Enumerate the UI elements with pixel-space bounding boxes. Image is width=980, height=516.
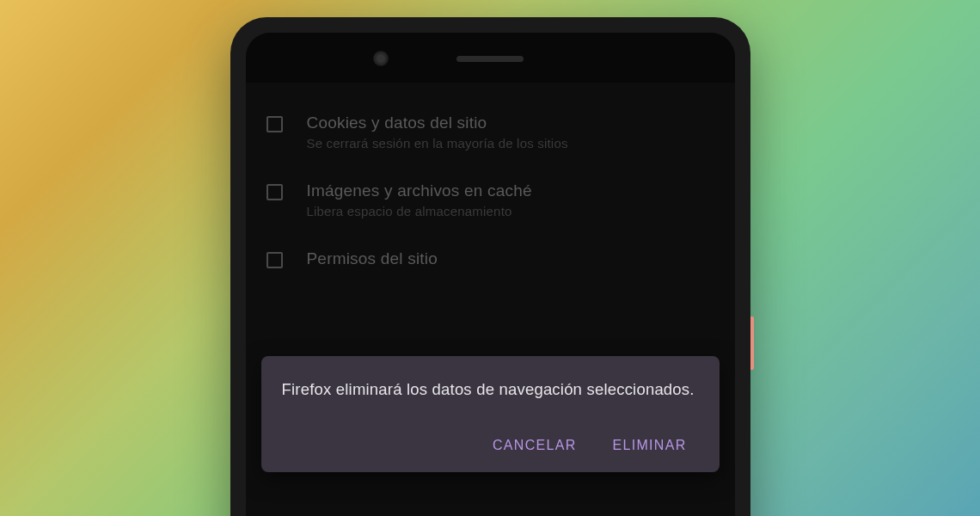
option-text: Imágenes y archivos en caché Libera espa… <box>307 181 714 218</box>
option-title: Permisos del sitio <box>307 249 714 268</box>
dialog-buttons: CANCELAR ELIMINAR <box>282 431 699 460</box>
phone-speaker <box>456 56 524 62</box>
option-permissions[interactable]: Permisos del sitio <box>261 234 720 287</box>
phone-body: Cookies y datos del sitio Se cerrará ses… <box>246 33 735 516</box>
confirm-dialog: Firefox eliminará los datos de navegació… <box>261 356 720 472</box>
phone-screen: Cookies y datos del sitio Se cerrará ses… <box>246 83 735 516</box>
dialog-message: Firefox eliminará los datos de navegació… <box>282 378 699 402</box>
delete-options-list: Cookies y datos del sitio Se cerrará ses… <box>246 83 735 287</box>
checkbox-permissions[interactable] <box>266 252 283 268</box>
power-button <box>750 316 754 370</box>
checkbox-cache[interactable] <box>266 184 283 200</box>
phone-frame: Cookies y datos del sitio Se cerrará ses… <box>230 17 750 516</box>
delete-button[interactable]: ELIMINAR <box>609 431 690 460</box>
option-title: Imágenes y archivos en caché <box>307 181 714 200</box>
option-text: Permisos del sitio <box>307 249 714 272</box>
option-cache[interactable]: Imágenes y archivos en caché Libera espa… <box>261 166 720 234</box>
option-subtitle: Se cerrará sesión en la mayoría de los s… <box>307 136 714 150</box>
option-cookies[interactable]: Cookies y datos del sitio Se cerrará ses… <box>261 98 720 166</box>
option-subtitle: Libera espacio de almacenamiento <box>307 204 714 218</box>
cancel-button[interactable]: CANCELAR <box>489 431 580 460</box>
option-title: Cookies y datos del sitio <box>307 114 714 132</box>
checkbox-cookies[interactable] <box>266 116 283 132</box>
option-text: Cookies y datos del sitio Se cerrará ses… <box>307 114 714 150</box>
phone-camera <box>373 51 389 66</box>
